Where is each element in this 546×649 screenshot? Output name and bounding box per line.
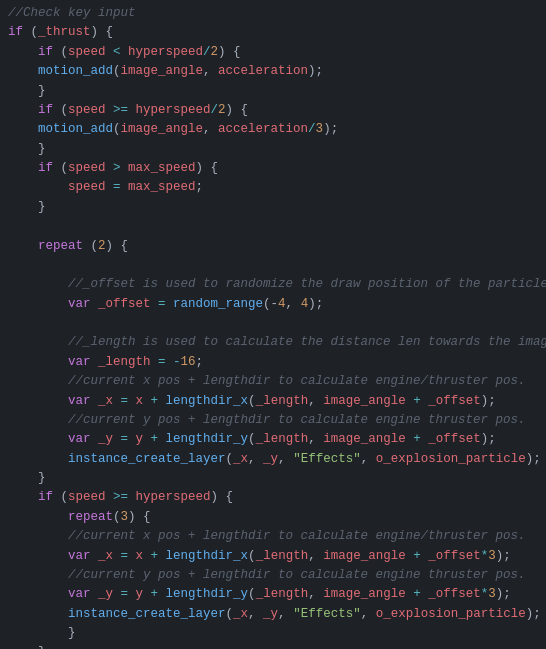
code-token: ) { xyxy=(211,490,234,504)
code-token: 3 xyxy=(488,587,496,601)
code-token: o_explosion_particle xyxy=(376,452,526,466)
code-token: ); xyxy=(481,394,496,408)
code-token: ( xyxy=(248,549,256,563)
code-token: lengthdir_x xyxy=(166,549,249,563)
code-token: , xyxy=(308,587,323,601)
code-token: //_length is used to calculate the dista… xyxy=(8,335,546,349)
code-token: , xyxy=(203,122,218,136)
code-line: if (speed < hyperspeed/2) { xyxy=(0,43,546,62)
code-token: , xyxy=(308,549,323,563)
code-token: "Effects" xyxy=(293,452,361,466)
code-line: motion_add(image_angle, acceleration/3); xyxy=(0,120,546,139)
code-line: speed = max_speed; xyxy=(0,178,546,197)
code-token: < xyxy=(106,45,129,59)
code-token xyxy=(91,394,99,408)
code-token: ); xyxy=(323,122,338,136)
code-token: ); xyxy=(308,64,323,78)
code-token: speed xyxy=(68,103,106,117)
code-token: speed xyxy=(68,161,106,175)
code-token: _x xyxy=(98,394,113,408)
code-token: y xyxy=(136,587,144,601)
code-token: //Check key input xyxy=(8,6,136,20)
code-token: = - xyxy=(151,355,181,369)
code-token: , xyxy=(248,607,263,621)
code-token: x xyxy=(136,394,144,408)
code-token: 2 xyxy=(211,45,219,59)
code-line: } xyxy=(0,198,546,217)
code-token: = xyxy=(113,587,136,601)
code-token xyxy=(91,297,99,311)
code-token: , xyxy=(286,297,301,311)
code-token: 3 xyxy=(316,122,324,136)
code-line: } xyxy=(0,624,546,643)
code-token: ( xyxy=(113,510,121,524)
code-token: + xyxy=(406,394,429,408)
code-token: speed xyxy=(68,45,106,59)
code-token: _y xyxy=(98,587,113,601)
code-token: ( xyxy=(53,161,68,175)
code-token: _offset xyxy=(428,394,481,408)
code-line: //current x pos + lengthdir to calculate… xyxy=(0,527,546,546)
code-token: if xyxy=(8,161,53,175)
code-token: if xyxy=(8,25,23,39)
code-token: _thrust xyxy=(38,25,91,39)
code-line: } xyxy=(0,82,546,101)
code-token: , xyxy=(278,452,293,466)
code-line: var _x = x + lengthdir_x(_length, image_… xyxy=(0,547,546,566)
code-token: image_angle xyxy=(323,394,406,408)
code-token: + xyxy=(406,549,429,563)
code-token: ( xyxy=(53,45,68,59)
code-token: 4 xyxy=(278,297,286,311)
code-token: repeat xyxy=(8,239,83,253)
code-token: var xyxy=(8,355,91,369)
code-token: = xyxy=(113,394,136,408)
code-token: / xyxy=(308,122,316,136)
code-token: } xyxy=(8,84,46,98)
code-token: motion_add xyxy=(8,122,113,136)
code-token: = xyxy=(151,297,174,311)
code-token: ( xyxy=(83,239,98,253)
code-token: hyperspeed xyxy=(136,490,211,504)
code-token: hyperspeed xyxy=(136,103,211,117)
code-token: //current x pos + lengthdir to calculate… xyxy=(8,529,526,543)
code-token: ) { xyxy=(226,103,249,117)
code-token: speed xyxy=(8,180,106,194)
code-token: 2 xyxy=(98,239,106,253)
code-token: _length xyxy=(256,432,309,446)
code-token: hyperspeed xyxy=(128,45,203,59)
code-editor: //Check key inputif (_thrust) { if (spee… xyxy=(0,0,546,649)
code-token: _length xyxy=(256,394,309,408)
code-token: _y xyxy=(263,607,278,621)
code-token: _x xyxy=(233,452,248,466)
code-token: / xyxy=(211,103,219,117)
code-token: ) { xyxy=(91,25,114,39)
code-token: ( xyxy=(226,452,234,466)
code-token: ) { xyxy=(218,45,241,59)
code-token: var xyxy=(8,394,91,408)
code-token: , xyxy=(308,432,323,446)
code-token: _length xyxy=(256,587,309,601)
code-token: ); xyxy=(526,452,541,466)
code-token: } xyxy=(8,645,46,649)
code-line: } xyxy=(0,643,546,649)
code-token: if xyxy=(8,103,53,117)
code-token: instance_create_layer xyxy=(8,452,226,466)
code-line: //_offset is used to randomize the draw … xyxy=(0,275,546,294)
code-token: , xyxy=(308,394,323,408)
code-token: } xyxy=(8,142,46,156)
code-token: + xyxy=(143,587,166,601)
code-token: _offset xyxy=(428,432,481,446)
code-line: if (_thrust) { xyxy=(0,23,546,42)
code-line: instance_create_layer(_x, _y, "Effects",… xyxy=(0,605,546,624)
code-token: "Effects" xyxy=(293,607,361,621)
code-token: //current x pos + lengthdir to calculate… xyxy=(8,374,526,388)
code-token: _offset xyxy=(428,587,481,601)
code-token: repeat xyxy=(8,510,113,524)
code-token: ) { xyxy=(128,510,151,524)
code-token: //_offset is used to randomize the draw … xyxy=(8,277,546,291)
code-token: //current y pos + lengthdir to calculate… xyxy=(8,413,526,427)
code-token: } xyxy=(8,200,46,214)
code-line: if (speed >= hyperspeed/2) { xyxy=(0,101,546,120)
code-line: var _x = x + lengthdir_x(_length, image_… xyxy=(0,392,546,411)
code-token: , xyxy=(361,452,376,466)
